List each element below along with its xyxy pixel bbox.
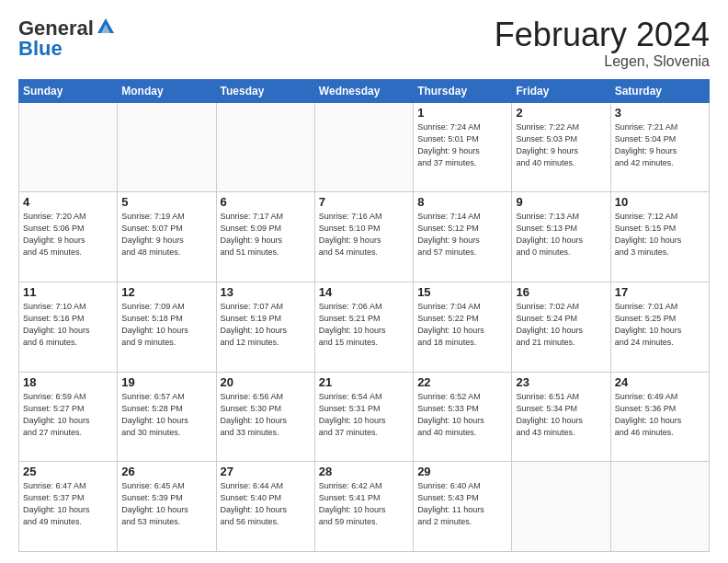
calendar-header-row: Sunday Monday Tuesday Wednesday Thursday…	[19, 79, 710, 102]
day-number: 8	[417, 195, 507, 209]
day-number: 21	[319, 375, 409, 389]
logo: General Blue	[18, 17, 116, 61]
day-number: 9	[516, 195, 606, 209]
day-number: 14	[319, 285, 409, 299]
location: Legen, Slovenia	[495, 53, 710, 70]
table-row	[216, 102, 314, 192]
day-info: Sunrise: 6:49 AM Sunset: 5:36 PM Dayligh…	[615, 391, 705, 439]
table-row: 28Sunrise: 6:42 AM Sunset: 5:41 PM Dayli…	[314, 462, 413, 552]
table-row: 2Sunrise: 7:22 AM Sunset: 5:03 PM Daylig…	[512, 102, 610, 192]
day-number: 1	[417, 106, 507, 120]
day-number: 13	[221, 285, 311, 299]
page: General Blue February 2024 Legen, Sloven…	[0, 0, 728, 563]
table-row	[19, 102, 118, 192]
day-info: Sunrise: 7:13 AM Sunset: 5:13 PM Dayligh…	[516, 211, 606, 259]
day-info: Sunrise: 7:04 AM Sunset: 5:22 PM Dayligh…	[417, 301, 507, 349]
day-info: Sunrise: 6:59 AM Sunset: 5:27 PM Dayligh…	[23, 391, 113, 439]
table-row: 16Sunrise: 7:02 AM Sunset: 5:24 PM Dayli…	[512, 282, 610, 372]
day-info: Sunrise: 6:51 AM Sunset: 5:34 PM Dayligh…	[516, 391, 606, 439]
day-number: 15	[417, 285, 507, 299]
day-info: Sunrise: 6:52 AM Sunset: 5:33 PM Dayligh…	[417, 391, 507, 439]
table-row: 22Sunrise: 6:52 AM Sunset: 5:33 PM Dayli…	[414, 372, 512, 462]
day-number: 7	[319, 195, 409, 209]
table-row: 12Sunrise: 7:09 AM Sunset: 5:18 PM Dayli…	[118, 282, 216, 372]
table-row: 8Sunrise: 7:14 AM Sunset: 5:12 PM Daylig…	[414, 192, 512, 282]
day-info: Sunrise: 7:02 AM Sunset: 5:24 PM Dayligh…	[516, 301, 606, 349]
day-number: 27	[221, 465, 311, 478]
table-row: 7Sunrise: 7:16 AM Sunset: 5:10 PM Daylig…	[314, 192, 413, 282]
day-info: Sunrise: 6:45 AM Sunset: 5:39 PM Dayligh…	[121, 480, 211, 528]
day-info: Sunrise: 7:17 AM Sunset: 5:09 PM Dayligh…	[221, 211, 311, 259]
table-row: 1Sunrise: 7:24 AM Sunset: 5:01 PM Daylig…	[414, 102, 512, 192]
day-info: Sunrise: 6:47 AM Sunset: 5:37 PM Dayligh…	[23, 480, 113, 528]
table-row: 19Sunrise: 6:57 AM Sunset: 5:28 PM Dayli…	[118, 372, 216, 462]
day-info: Sunrise: 7:21 AM Sunset: 5:04 PM Dayligh…	[615, 121, 705, 169]
day-number: 23	[516, 375, 606, 389]
table-row	[314, 102, 413, 192]
day-info: Sunrise: 7:16 AM Sunset: 5:10 PM Dayligh…	[319, 211, 409, 259]
table-row: 27Sunrise: 6:44 AM Sunset: 5:40 PM Dayli…	[216, 462, 314, 552]
day-info: Sunrise: 7:24 AM Sunset: 5:01 PM Dayligh…	[417, 121, 507, 169]
table-row: 13Sunrise: 7:07 AM Sunset: 5:19 PM Dayli…	[216, 282, 314, 372]
day-number: 25	[23, 465, 113, 478]
title-block: February 2024 Legen, Slovenia	[495, 17, 710, 70]
day-info: Sunrise: 7:07 AM Sunset: 5:19 PM Dayligh…	[221, 301, 311, 349]
calendar-week-4: 18Sunrise: 6:59 AM Sunset: 5:27 PM Dayli…	[19, 372, 710, 462]
table-row: 14Sunrise: 7:06 AM Sunset: 5:21 PM Dayli…	[314, 282, 413, 372]
day-info: Sunrise: 6:57 AM Sunset: 5:28 PM Dayligh…	[121, 391, 211, 439]
day-number: 11	[23, 285, 113, 299]
table-row: 3Sunrise: 7:21 AM Sunset: 5:04 PM Daylig…	[610, 102, 709, 192]
day-number: 19	[121, 375, 211, 389]
day-number: 24	[615, 375, 705, 389]
table-row: 9Sunrise: 7:13 AM Sunset: 5:13 PM Daylig…	[512, 192, 610, 282]
table-row: 20Sunrise: 6:56 AM Sunset: 5:30 PM Dayli…	[216, 372, 314, 462]
table-row: 24Sunrise: 6:49 AM Sunset: 5:36 PM Dayli…	[610, 372, 709, 462]
table-row: 26Sunrise: 6:45 AM Sunset: 5:39 PM Dayli…	[118, 462, 216, 552]
day-number: 28	[319, 465, 409, 478]
day-number: 29	[417, 465, 507, 478]
table-row: 5Sunrise: 7:19 AM Sunset: 5:07 PM Daylig…	[118, 192, 216, 282]
table-row: 11Sunrise: 7:10 AM Sunset: 5:16 PM Dayli…	[19, 282, 118, 372]
day-info: Sunrise: 7:22 AM Sunset: 5:03 PM Dayligh…	[516, 121, 606, 169]
table-row: 6Sunrise: 7:17 AM Sunset: 5:09 PM Daylig…	[216, 192, 314, 282]
day-info: Sunrise: 7:01 AM Sunset: 5:25 PM Dayligh…	[615, 301, 705, 349]
day-info: Sunrise: 7:20 AM Sunset: 5:06 PM Dayligh…	[23, 211, 113, 259]
logo-icon	[96, 17, 116, 37]
table-row: 15Sunrise: 7:04 AM Sunset: 5:22 PM Dayli…	[414, 282, 512, 372]
header-friday: Friday	[512, 79, 610, 102]
day-number: 18	[23, 375, 113, 389]
header-thursday: Thursday	[414, 79, 512, 102]
day-number: 22	[417, 375, 507, 389]
day-info: Sunrise: 7:09 AM Sunset: 5:18 PM Dayligh…	[121, 301, 211, 349]
table-row: 21Sunrise: 6:54 AM Sunset: 5:31 PM Dayli…	[314, 372, 413, 462]
table-row: 4Sunrise: 7:20 AM Sunset: 5:06 PM Daylig…	[19, 192, 118, 282]
header-tuesday: Tuesday	[216, 79, 314, 102]
table-row: 29Sunrise: 6:40 AM Sunset: 5:43 PM Dayli…	[414, 462, 512, 552]
day-info: Sunrise: 7:14 AM Sunset: 5:12 PM Dayligh…	[417, 211, 507, 259]
table-row	[610, 462, 709, 552]
header-saturday: Saturday	[610, 79, 709, 102]
day-info: Sunrise: 7:19 AM Sunset: 5:07 PM Dayligh…	[121, 211, 211, 259]
table-row: 17Sunrise: 7:01 AM Sunset: 5:25 PM Dayli…	[610, 282, 709, 372]
day-info: Sunrise: 6:54 AM Sunset: 5:31 PM Dayligh…	[319, 391, 409, 439]
table-row	[118, 102, 216, 192]
day-info: Sunrise: 7:10 AM Sunset: 5:16 PM Dayligh…	[23, 301, 113, 349]
day-number: 6	[221, 195, 311, 209]
day-number: 26	[121, 465, 211, 478]
table-row: 25Sunrise: 6:47 AM Sunset: 5:37 PM Dayli…	[19, 462, 118, 552]
day-number: 4	[23, 195, 113, 209]
calendar-week-1: 1Sunrise: 7:24 AM Sunset: 5:01 PM Daylig…	[19, 102, 710, 192]
day-number: 5	[121, 195, 211, 209]
calendar-table: Sunday Monday Tuesday Wednesday Thursday…	[18, 79, 710, 552]
calendar-week-2: 4Sunrise: 7:20 AM Sunset: 5:06 PM Daylig…	[19, 192, 710, 282]
day-number: 16	[516, 285, 606, 299]
calendar-week-3: 11Sunrise: 7:10 AM Sunset: 5:16 PM Dayli…	[19, 282, 710, 372]
day-info: Sunrise: 6:40 AM Sunset: 5:43 PM Dayligh…	[417, 480, 507, 528]
day-info: Sunrise: 7:12 AM Sunset: 5:15 PM Dayligh…	[615, 211, 705, 259]
day-number: 3	[615, 106, 705, 120]
day-number: 12	[121, 285, 211, 299]
table-row: 10Sunrise: 7:12 AM Sunset: 5:15 PM Dayli…	[610, 192, 709, 282]
day-info: Sunrise: 6:56 AM Sunset: 5:30 PM Dayligh…	[221, 391, 311, 439]
day-info: Sunrise: 6:42 AM Sunset: 5:41 PM Dayligh…	[319, 480, 409, 528]
calendar-week-5: 25Sunrise: 6:47 AM Sunset: 5:37 PM Dayli…	[19, 462, 710, 552]
